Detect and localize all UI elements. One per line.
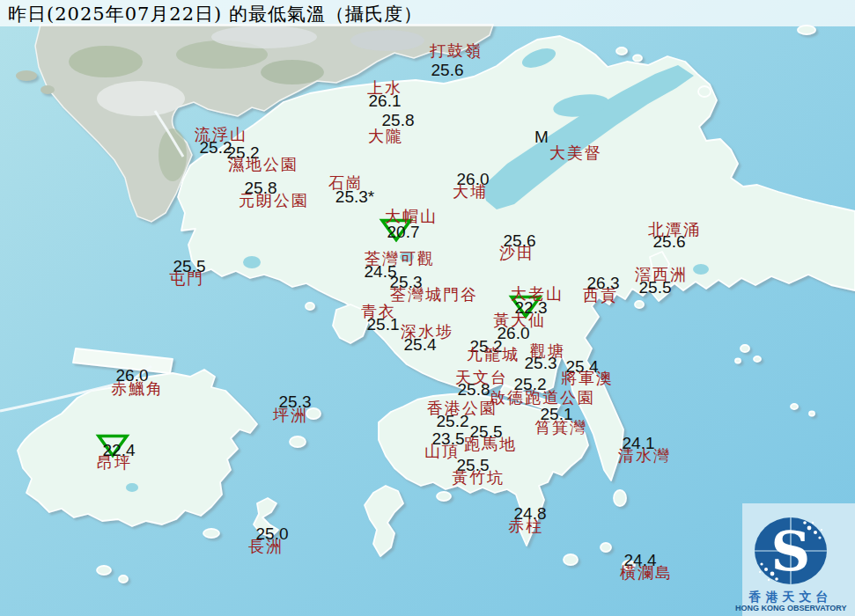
station-name: 黃大仙 xyxy=(493,310,546,331)
hko-logo-emblem: S xyxy=(742,503,855,590)
hko-logo: S 香港天文台 HONG KONG OBSERVATORY xyxy=(742,503,855,616)
station-name: 黃竹坑 xyxy=(452,467,505,488)
station-name: 大老山 xyxy=(511,283,564,304)
station-name: 赤柱 xyxy=(508,516,543,537)
station-name: 大隴 xyxy=(368,126,403,147)
station-name: 昂坪 xyxy=(97,452,132,473)
station-name: 大帽山 xyxy=(385,206,438,227)
station-value: M xyxy=(534,128,549,147)
station-name: 上水 xyxy=(367,77,402,99)
station-name: 跑馬地 xyxy=(464,434,517,455)
station-name: 沙田 xyxy=(499,243,534,264)
map-title: 昨日(2025年07月22日) 的最低氣溫（攝氏度） xyxy=(8,2,423,26)
station-name: 濕地公園 xyxy=(228,154,299,175)
station-value: 25.6 xyxy=(431,61,464,80)
station-layer: 25.6打鼓嶺26.1上水25.8大隴25.2流浮山25.2濕地公園25.8元朗… xyxy=(0,0,855,616)
station-name: 香港公園 xyxy=(427,398,498,419)
logo-s-swirl: S xyxy=(771,519,811,583)
station-name: 將軍澳 xyxy=(561,368,614,389)
station-name: 坪洲 xyxy=(273,405,308,426)
station-name: 大埔 xyxy=(453,181,488,202)
station-name: 清水灣 xyxy=(618,445,671,466)
station-name: 赤鱲角 xyxy=(111,378,164,400)
station-name: 流浮山 xyxy=(195,124,247,145)
station-name: 荃灣城門谷 xyxy=(390,284,478,305)
station-name: 橫瀾島 xyxy=(620,562,673,583)
station-name: 深水埗 xyxy=(401,321,453,342)
station-name: 石崗 xyxy=(328,172,364,194)
station-name: 筲箕灣 xyxy=(534,417,587,438)
weather-map: 昨日(2025年07月22日) 的最低氣溫（攝氏度） 25.6打鼓嶺26.1上水… xyxy=(0,0,855,616)
station-name: 打鼓嶺 xyxy=(430,40,483,62)
station-name: 九龍城 xyxy=(467,344,520,365)
hko-logo-name-en: HONG KONG OBSERVATORY xyxy=(735,604,846,612)
station-name: 北潭涌 xyxy=(648,219,701,240)
station-name: 青衣 xyxy=(361,301,396,322)
station-name: 觀塘 xyxy=(530,341,565,362)
station-name: 元朗公園 xyxy=(239,190,309,211)
station-name: 天文台 xyxy=(455,367,508,388)
station-name: 屯門 xyxy=(169,268,204,290)
station-name: 荃灣可觀 xyxy=(365,248,435,269)
station-name: 西貢 xyxy=(583,285,618,306)
station-name: 長洲 xyxy=(248,536,284,557)
station-name: 大美督 xyxy=(549,143,602,164)
station-name: 滘西洲 xyxy=(635,264,688,285)
station-name: 山頂 xyxy=(424,441,460,462)
